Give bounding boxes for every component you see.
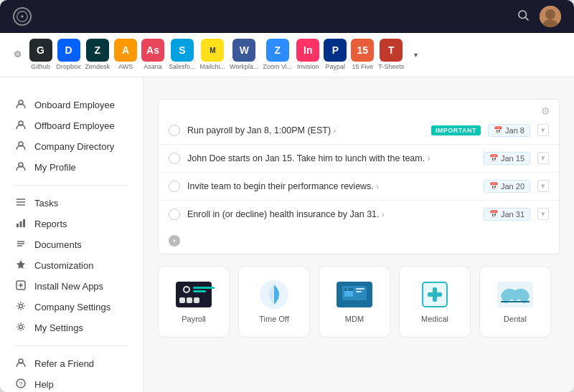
sidebar-item-offboard-employee[interactable]: Offboard Employee xyxy=(0,115,143,136)
logo-icon xyxy=(13,7,32,26)
todo-date-text: Jan 15 xyxy=(501,154,524,163)
installed-apps-row: Payroll Time Off MDM xyxy=(158,266,560,338)
sidebar-item-onboard-employee[interactable]: Onboard Employee xyxy=(0,95,143,115)
sidebar-item-label: Tasks xyxy=(34,198,58,209)
avatar[interactable] xyxy=(540,6,561,27)
todo-date: 📅 Jan 31 xyxy=(484,208,530,221)
sidebar-item-documents[interactable]: Documents xyxy=(0,234,143,255)
sso-app-mailchimp[interactable]: MMailchi... xyxy=(200,39,226,71)
sidebar-item-tasks[interactable]: Tasks xyxy=(0,193,143,214)
todo-dropdown[interactable]: ▾ xyxy=(537,180,549,192)
installed-app-payroll[interactable]: Payroll xyxy=(158,266,230,338)
app-card-icon-wrap xyxy=(417,280,453,309)
medical-icon xyxy=(419,279,451,310)
view-more-icon xyxy=(169,235,180,247)
sidebar-icon xyxy=(14,140,27,153)
sso-app-github[interactable]: GGithub xyxy=(29,39,52,71)
installed-app-time-off[interactable]: Time Off xyxy=(238,266,310,338)
sidebar-item-customization[interactable]: Customization xyxy=(0,255,143,276)
svg-point-2 xyxy=(519,11,527,19)
sso-app-15-five[interactable]: 1515 Five xyxy=(351,39,374,71)
show-more-button[interactable]: ▾ xyxy=(414,51,419,59)
todo-dropdown[interactable]: ▾ xyxy=(537,152,549,164)
sidebar-item-company-directory[interactable]: Company Directory xyxy=(0,136,143,157)
sso-app-label: Asana xyxy=(144,63,162,71)
sidebar-icon xyxy=(14,358,27,370)
sidebar-icon xyxy=(14,239,27,251)
todo-item-text: John Doe starts on Jan 15. Take him to l… xyxy=(187,153,476,163)
todo-checkbox[interactable] xyxy=(169,209,180,220)
todo-item[interactable]: Enroll in (or decline) health insurance … xyxy=(159,201,559,228)
sso-app-asana[interactable]: AsAsana xyxy=(141,39,164,71)
svg-rect-33 xyxy=(344,288,347,291)
sso-app-paypal[interactable]: PPaypal xyxy=(324,39,347,71)
todo-settings-icon[interactable]: ⚙ xyxy=(541,105,550,117)
sidebar-item-label: Refer a Friend xyxy=(34,358,94,369)
sso-app-label: Github xyxy=(31,63,50,71)
todo-date: 📅 Jan 20 xyxy=(484,180,530,193)
main-area: Onboard EmployeeOffboard EmployeeCompany… xyxy=(0,77,574,392)
calendar-icon: 📅 xyxy=(489,154,498,162)
sidebar-item-company-settings[interactable]: Company Settings xyxy=(0,297,143,317)
sidebar-item-refer-a-friend[interactable]: Refer a Friend xyxy=(0,353,143,374)
sidebar-group2: TasksReportsDocumentsCustomizationInstal… xyxy=(0,193,143,338)
sidebar-item-my-settings[interactable]: My Settings xyxy=(0,317,143,338)
timeoff-icon xyxy=(258,279,290,310)
sidebar-divider-2 xyxy=(14,345,128,346)
todo-date: 📅 Jan 8 xyxy=(488,124,530,137)
payroll-icon xyxy=(176,282,212,307)
app-card-label: Payroll xyxy=(182,315,206,323)
sidebar-icon xyxy=(14,197,27,209)
sidebar-item-label: My Profile xyxy=(34,162,76,173)
sso-bar: ⚙ GGithubDDropboxZZendeskAAWSAsAsanaSSal… xyxy=(0,33,574,77)
svg-point-5 xyxy=(545,9,555,19)
sidebar-item-label: My Settings xyxy=(34,322,83,333)
svg-line-3 xyxy=(525,17,528,20)
sso-app-workplace-by...[interactable]: WWorkpla... xyxy=(230,39,258,71)
sidebar-item-label: Company Directory xyxy=(34,141,114,152)
sidebar-group3: Refer a Friend?Help xyxy=(0,353,143,392)
sidebar-item-help[interactable]: ?Help xyxy=(0,374,143,392)
sso-app-salesforce[interactable]: SSalesfo... xyxy=(169,39,196,71)
todo-item-text: Invite team to begin their performance r… xyxy=(187,181,476,191)
svg-rect-34 xyxy=(348,288,353,291)
todo-item-text: Enroll in (or decline) health insurance … xyxy=(187,209,476,219)
sso-app-dropbox[interactable]: DDropbox xyxy=(57,39,81,71)
view-more-row[interactable] xyxy=(159,228,559,254)
sso-app-invision[interactable]: InInvision xyxy=(296,39,319,71)
sidebar-icon xyxy=(14,99,27,111)
calendar-icon: 📅 xyxy=(489,182,498,190)
sso-app-t-sheets[interactable]: TT-Sheets xyxy=(378,39,404,71)
sso-app-aws[interactable]: AAWS xyxy=(114,39,137,71)
installed-app-dental[interactable]: Dental xyxy=(479,266,551,338)
topbar xyxy=(0,0,574,33)
sidebar-icon xyxy=(14,322,27,334)
svg-point-24 xyxy=(19,304,23,307)
main-menu-label xyxy=(0,89,143,95)
app-card-icon-wrap xyxy=(497,280,533,309)
sso-settings-icon[interactable]: ⚙ xyxy=(14,49,22,59)
todo-checkbox[interactable] xyxy=(169,153,180,164)
todo-checkbox[interactable] xyxy=(169,125,180,136)
mdm-icon xyxy=(337,282,372,307)
svg-point-1 xyxy=(21,15,24,18)
todo-dropdown[interactable]: ▾ xyxy=(537,124,549,136)
sidebar-item-label: Reports xyxy=(34,219,67,229)
installed-app-mdm[interactable]: MDM xyxy=(319,266,390,338)
todo-checkbox[interactable] xyxy=(169,181,180,192)
sidebar-item-my-profile[interactable]: My Profile xyxy=(0,157,143,178)
app-card-icon-wrap xyxy=(256,280,292,309)
todo-item[interactable]: Run payroll by Jan 8, 1:00PM (EST) › IMP… xyxy=(159,117,559,145)
sidebar-item-install-new-apps[interactable]: Install New Apps xyxy=(0,276,143,297)
todo-item[interactable]: Invite team to begin their performance r… xyxy=(159,173,559,201)
sso-app-zoom-video...[interactable]: ZZoom Vi... xyxy=(263,39,292,71)
search-button[interactable] xyxy=(517,9,530,24)
todo-date-text: Jan 20 xyxy=(501,182,524,191)
todo-item[interactable]: John Doe starts on Jan 15. Take him to l… xyxy=(159,145,559,173)
todo-dropdown[interactable]: ▾ xyxy=(537,208,549,220)
sso-label: ⚙ xyxy=(10,49,22,59)
sso-app-zendesk[interactable]: ZZendesk xyxy=(85,39,110,71)
sidebar-icon xyxy=(14,280,27,292)
sidebar-item-reports[interactable]: Reports xyxy=(0,214,143,234)
installed-app-medical[interactable]: Medical xyxy=(399,266,471,338)
